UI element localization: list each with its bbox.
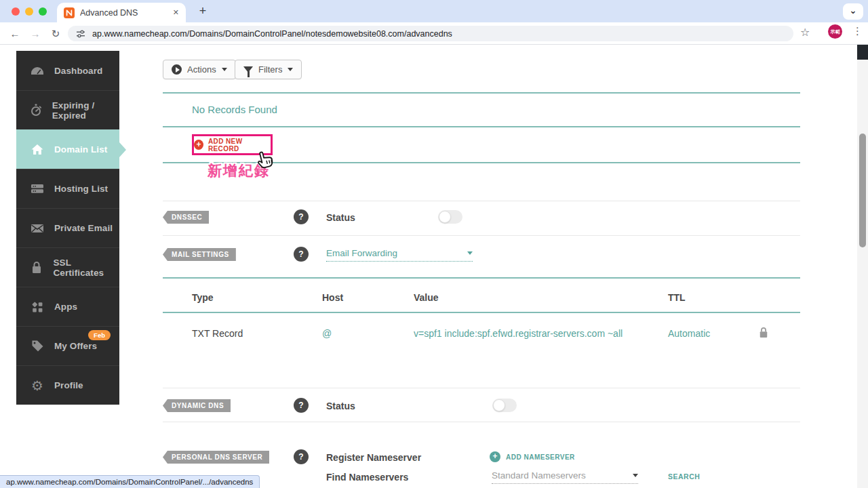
locked-record-icon bbox=[759, 327, 768, 341]
column-header-ttl: TTL bbox=[668, 292, 686, 303]
browser-toolbar: ← → ↻ ap.www.namecheap.com/Domains/Domai… bbox=[0, 22, 868, 45]
scrollbar-thumb[interactable] bbox=[859, 134, 866, 247]
tab-search-button[interactable]: ⌄ bbox=[843, 3, 863, 20]
divider bbox=[163, 235, 800, 236]
divider bbox=[163, 422, 800, 422]
chevron-down-icon bbox=[288, 68, 293, 71]
minimize-window-button[interactable] bbox=[25, 7, 33, 16]
add-nameserver-button[interactable]: + ADD NAMESERVER bbox=[490, 451, 575, 462]
envelope-icon bbox=[30, 224, 45, 233]
record-host-cell: @ bbox=[322, 328, 332, 339]
feb-badge: Feb bbox=[88, 330, 111, 340]
gear-icon: ⚙ bbox=[30, 380, 45, 392]
record-value-cell: v=spf1 include:spf.efwd.registrar-server… bbox=[414, 328, 623, 339]
sidebar-item-label: Private Email bbox=[54, 223, 113, 233]
register-nameserver-label: Register Nameserver bbox=[326, 452, 421, 463]
personal-dns-server-section-tag: PERSONAL DNS SERVER bbox=[163, 451, 269, 464]
personal-dns-server-help-icon[interactable]: ? bbox=[294, 449, 309, 464]
lock-icon bbox=[30, 261, 43, 274]
sidebar-item-expiring-expired[interactable]: Expiring / Expired bbox=[16, 90, 119, 129]
namecheap-favicon-icon bbox=[64, 7, 75, 18]
dnssec-status-toggle[interactable] bbox=[438, 210, 462, 224]
sidebar-item-label: Expiring / Expired bbox=[52, 100, 119, 121]
sidebar-item-private-email[interactable]: Private Email bbox=[16, 208, 119, 247]
nameserver-type-dropdown-value: Standard Nameservers bbox=[492, 470, 586, 481]
filters-button-label: Filters bbox=[258, 64, 282, 75]
plus-circle-icon: + bbox=[490, 451, 500, 462]
sidebar-item-label: Dashboard bbox=[54, 66, 102, 76]
dynamic-dns-section-tag: DYNAMIC DNS bbox=[163, 399, 231, 412]
new-tab-button[interactable]: + bbox=[195, 4, 210, 19]
browser-tab[interactable]: Advanced DNS ✕ bbox=[57, 3, 186, 22]
forward-icon[interactable]: → bbox=[27, 26, 43, 42]
sidebar-item-label: Hosting List bbox=[54, 184, 108, 194]
sidebar-item-label: SSL Certificates bbox=[53, 258, 119, 278]
add-nameserver-label: ADD NAMESERVER bbox=[506, 453, 575, 461]
browser-menu-icon[interactable]: ⋮ bbox=[852, 25, 863, 37]
close-tab-icon[interactable]: ✕ bbox=[173, 8, 179, 17]
sidebar-item-profile[interactable]: ⚙ Profile bbox=[16, 365, 119, 405]
actions-button-label: Actions bbox=[187, 64, 216, 75]
mail-settings-section-tag: MAIL SETTINGS bbox=[163, 248, 236, 261]
dynamic-dns-status-label: Status bbox=[326, 401, 355, 411]
record-ttl-cell: Automatic bbox=[668, 328, 710, 339]
status-bar-link-preview: ap.www.namecheap.com/Domains/DomainContr… bbox=[0, 475, 260, 488]
back-icon[interactable]: ← bbox=[7, 26, 23, 42]
gauge-icon bbox=[30, 66, 45, 75]
divider bbox=[163, 201, 800, 201]
divider bbox=[163, 277, 800, 279]
grid-icon bbox=[30, 301, 45, 313]
site-settings-icon[interactable] bbox=[76, 29, 85, 39]
divider bbox=[163, 126, 800, 127]
no-records-message: No Records Found bbox=[192, 104, 277, 115]
toggle-knob bbox=[439, 211, 451, 223]
bookmark-star-icon[interactable]: ☆ bbox=[800, 26, 810, 39]
chevron-down-icon bbox=[222, 68, 227, 71]
sidebar-item-my-offers[interactable]: My Offers Feb bbox=[16, 326, 119, 365]
sidebar-item-domain-list[interactable]: Domain List bbox=[16, 129, 119, 169]
divider bbox=[163, 312, 800, 313]
sidebar-item-label: My Offers bbox=[54, 341, 97, 351]
filters-button[interactable]: Filters bbox=[235, 60, 302, 79]
tab-title: Advanced DNS bbox=[80, 8, 167, 18]
sidebar-item-hosting-list[interactable]: Hosting List bbox=[16, 169, 119, 208]
dnssec-status-label: Status bbox=[326, 212, 355, 223]
sidebar-item-label: Domain List bbox=[54, 144, 107, 155]
mail-settings-dropdown-value: Email Forwarding bbox=[326, 248, 397, 258]
sidebar: Dashboard Expiring / Expired Domain List… bbox=[16, 51, 119, 405]
divider bbox=[163, 388, 800, 388]
maximize-window-button[interactable] bbox=[39, 7, 47, 16]
dnssec-help-icon[interactable]: ? bbox=[294, 209, 309, 224]
stopwatch-icon bbox=[30, 104, 43, 117]
dynamic-dns-status-toggle[interactable] bbox=[492, 399, 517, 412]
find-nameservers-label: Find Nameservers bbox=[326, 472, 408, 483]
sidebar-item-label: Profile bbox=[54, 380, 83, 390]
close-window-button[interactable] bbox=[12, 7, 20, 16]
record-type-cell: TXT Record bbox=[192, 328, 243, 339]
url-text: ap.www.namecheap.com/Domains/DomainContr… bbox=[92, 29, 452, 39]
sidebar-item-label: Apps bbox=[54, 302, 77, 312]
sidebar-item-ssl-certificates[interactable]: SSL Certificates bbox=[16, 247, 119, 287]
sidebar-item-dashboard[interactable]: Dashboard bbox=[16, 51, 119, 90]
sidebar-item-apps[interactable]: Apps bbox=[16, 287, 119, 326]
column-header-value: Value bbox=[414, 292, 439, 303]
browser-tab-strip: Advanced DNS ✕ + ⌄ bbox=[0, 0, 868, 22]
column-header-type: Type bbox=[192, 292, 214, 303]
plus-circle-icon: + bbox=[194, 140, 203, 150]
toggle-knob bbox=[493, 399, 505, 411]
mail-settings-dropdown[interactable]: Email Forwarding bbox=[326, 248, 473, 262]
search-button[interactable]: SEARCH bbox=[668, 472, 700, 481]
chevron-down-icon bbox=[633, 474, 638, 477]
mail-settings-help-icon[interactable]: ? bbox=[294, 247, 309, 262]
actions-button[interactable]: Actions bbox=[163, 60, 236, 79]
nameserver-type-dropdown[interactable]: Standard Nameservers bbox=[492, 470, 638, 484]
reload-icon[interactable]: ↻ bbox=[47, 26, 64, 42]
dnssec-section-tag: DNSSEC bbox=[163, 211, 209, 224]
address-bar[interactable]: ap.www.namecheap.com/Domains/DomainContr… bbox=[68, 26, 793, 41]
play-icon bbox=[172, 64, 182, 75]
browser-profile-avatar[interactable]: 示範 bbox=[828, 24, 842, 39]
home-icon bbox=[30, 144, 45, 155]
column-header-host: Host bbox=[322, 292, 343, 303]
dynamic-dns-help-icon[interactable]: ? bbox=[294, 398, 309, 413]
chevron-down-icon bbox=[467, 251, 473, 255]
